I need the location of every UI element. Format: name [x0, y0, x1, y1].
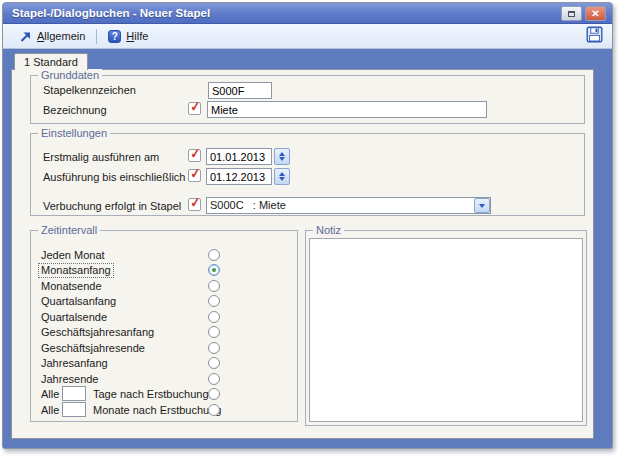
- radio-row-quartalsende: Quartalsende: [31, 311, 297, 325]
- radio-label: Geschäftsjahresende: [41, 342, 145, 354]
- radio-row-monatsende: Monatsende: [31, 280, 297, 294]
- save-button[interactable]: [585, 25, 604, 47]
- radio-quartalsanfang[interactable]: [208, 295, 220, 307]
- radio-geschaeftsjahresende[interactable]: [208, 342, 220, 354]
- bezeichnung-input[interactable]: [207, 101, 487, 118]
- alle-tage-input[interactable]: [62, 386, 86, 401]
- verbuchung-value: S000C : Miete: [210, 199, 286, 211]
- hilfe-button[interactable]: Hilfe: [104, 28, 152, 45]
- radio-row-alle-monate: Alle Monate nach Erstbuchung: [31, 404, 297, 418]
- radio-label: Monatsende: [41, 280, 102, 292]
- radio-row-geschaeftsjahresende: Geschäftsjahresende: [31, 342, 297, 356]
- radio-jeden-monat[interactable]: [208, 249, 220, 261]
- bis-label: Ausführung bis einschließlich: [43, 171, 185, 183]
- close-button[interactable]: [585, 6, 606, 21]
- verbuchung-check-icon[interactable]: [188, 198, 201, 211]
- radio-quartalsende[interactable]: [208, 311, 220, 323]
- window-controls: [561, 6, 606, 21]
- group-title-einstellungen: Einstellungen: [38, 127, 110, 139]
- alle-monate-suffix: Monate nach Erstbuchung: [93, 404, 221, 416]
- group-title-grunddaten: Grunddaten: [38, 69, 102, 81]
- spin-up-icon: [279, 172, 285, 176]
- verbuchung-dropdown-button[interactable]: [474, 198, 490, 213]
- close-icon: [591, 9, 599, 19]
- radio-monatsende[interactable]: [208, 280, 220, 292]
- window-title: Stapel-/Dialogbuchen - Neuer Stapel: [12, 3, 210, 24]
- radio-label: Quartalsende: [41, 311, 107, 323]
- arrow-ne-icon: [19, 30, 32, 43]
- content-area: 1 Standard Grunddaten Stapelkennzeichen …: [3, 49, 612, 448]
- radio-alle-monate[interactable]: [208, 404, 220, 416]
- toolbar: Allgemein Hilfe: [3, 24, 612, 49]
- verbuchung-combobox[interactable]: S000C : Miete: [206, 197, 491, 214]
- form-panel: Grunddaten Stapelkennzeichen Bezeichnung…: [11, 69, 594, 439]
- radio-jahresende[interactable]: [208, 373, 220, 385]
- spin-down-icon: [279, 157, 285, 161]
- bis-date-input[interactable]: [206, 168, 272, 185]
- save-floppy-icon: [586, 26, 603, 43]
- toolbar-separator: [96, 29, 97, 44]
- spin-down-icon: [279, 177, 285, 181]
- verbuchung-label: Verbuchung erfolgt in Stapel: [43, 200, 181, 212]
- spin-up-icon: [279, 152, 285, 156]
- maximize-icon: [568, 11, 575, 17]
- erstmalig-spinner-button[interactable]: [274, 148, 290, 165]
- tab-standard[interactable]: 1 Standard: [14, 53, 88, 70]
- stapelkennzeichen-input[interactable]: [208, 82, 272, 99]
- radio-row-jahresanfang: Jahresanfang: [31, 357, 297, 371]
- group-notiz: Notiz: [305, 230, 587, 426]
- group-einstellungen: Einstellungen Erstmalig ausführen am Aus…: [30, 133, 585, 216]
- hilfe-label: Hilfe: [126, 30, 148, 42]
- radio-monatsanfang[interactable]: [208, 264, 220, 276]
- erstmalig-check-icon[interactable]: [188, 149, 201, 162]
- bezeichnung-label: Bezeichnung: [43, 104, 107, 116]
- radio-label: Geschäftsjahresanfang: [41, 326, 154, 338]
- erstmalig-date-input[interactable]: [206, 148, 272, 165]
- radio-alle-tage[interactable]: [208, 388, 220, 400]
- radio-row-jahresende: Jahresende: [31, 373, 297, 387]
- dialog-window: Stapel-/Dialogbuchen - Neuer Stapel Allg…: [2, 2, 613, 449]
- bis-spinner-button[interactable]: [274, 168, 290, 185]
- erstmalig-label: Erstmalig ausführen am: [43, 151, 159, 163]
- maximize-button[interactable]: [561, 6, 582, 21]
- group-title-zeitintervall: Zeitintervall: [38, 224, 100, 236]
- group-grunddaten: Grunddaten Stapelkennzeichen Bezeichnung: [30, 75, 585, 124]
- radio-label: Jahresende: [41, 373, 99, 385]
- bezeichnung-check-icon[interactable]: [188, 102, 201, 115]
- radio-label: Jeden Monat: [41, 249, 105, 261]
- alle-monate-prefix: Alle: [41, 404, 59, 416]
- group-zeitintervall: Zeitintervall Jeden Monat Monatsanfang M…: [30, 230, 298, 422]
- radio-label: Jahresanfang: [41, 357, 108, 369]
- bis-check-icon[interactable]: [188, 169, 201, 182]
- radio-label: Monatsanfang: [38, 263, 114, 278]
- notiz-textarea[interactable]: [309, 238, 583, 422]
- stapelkennzeichen-label: Stapelkennzeichen: [43, 84, 136, 96]
- group-title-notiz: Notiz: [313, 224, 344, 236]
- radio-label: Quartalsanfang: [41, 295, 116, 307]
- alle-tage-suffix: Tage nach Erstbuchung: [93, 388, 209, 400]
- alle-tage-prefix: Alle: [41, 388, 59, 400]
- radio-row-monatsanfang: Monatsanfang: [31, 264, 297, 278]
- radio-row-quartalsanfang: Quartalsanfang: [31, 295, 297, 309]
- allgemein-label: Allgemein: [37, 30, 85, 42]
- radio-row-jeden-monat: Jeden Monat: [31, 249, 297, 263]
- dropdown-arrow-icon: [479, 204, 485, 208]
- help-icon: [108, 30, 121, 43]
- radio-jahresanfang[interactable]: [208, 357, 220, 369]
- allgemein-menu-button[interactable]: Allgemein: [15, 28, 89, 45]
- radio-geschaeftsjahresanfang[interactable]: [208, 326, 220, 338]
- title-bar[interactable]: Stapel-/Dialogbuchen - Neuer Stapel: [3, 3, 612, 24]
- radio-row-alle-tage: Alle Tage nach Erstbuchung: [31, 388, 297, 402]
- alle-monate-input[interactable]: [62, 402, 86, 417]
- radio-row-geschaeftsjahresanfang: Geschäftsjahresanfang: [31, 326, 297, 340]
